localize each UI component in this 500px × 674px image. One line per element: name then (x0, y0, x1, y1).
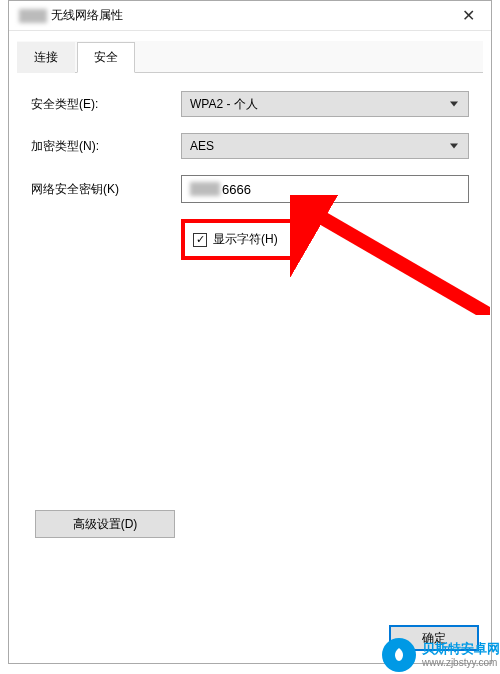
close-icon: ✕ (462, 6, 475, 25)
redacted-key-prefix (190, 182, 220, 196)
tab-label: 安全 (94, 50, 118, 64)
security-panel: 安全类型(E): WPA2 - 个人 加密类型(N): AES 网络安全密钥(K… (9, 73, 491, 556)
check-icon: ✓ (196, 234, 205, 245)
select-value: AES (190, 139, 214, 153)
watermark-logo-icon (382, 638, 416, 672)
highlight-box: ✓ 显示字符(H) (181, 219, 294, 260)
key-value-visible: 6666 (222, 182, 251, 197)
select-encryption-type[interactable]: AES (181, 133, 469, 159)
watermark: 贝斯特安卓网 www.zjbstyy.com (382, 638, 500, 672)
tab-security[interactable]: 安全 (77, 42, 135, 73)
redacted-prefix (19, 9, 47, 23)
select-security-type[interactable]: WPA2 - 个人 (181, 91, 469, 117)
button-label: 高级设置(D) (73, 516, 138, 533)
label-security-type: 安全类型(E): (31, 96, 181, 113)
row-security-type: 安全类型(E): WPA2 - 个人 (31, 91, 469, 117)
checkbox-show-chars[interactable]: ✓ (193, 233, 207, 247)
dialog-window: 无线网络属性 ✕ 连接 安全 安全类型(E): WPA2 - 个人 加密类型(N… (8, 0, 492, 664)
titlebar[interactable]: 无线网络属性 ✕ (9, 1, 491, 31)
label-encryption-type: 加密类型(N): (31, 138, 181, 155)
window-title: 无线网络属性 (51, 7, 123, 24)
input-network-key[interactable]: 6666 (181, 175, 469, 203)
tab-label: 连接 (34, 50, 58, 64)
select-value: WPA2 - 个人 (190, 96, 258, 113)
watermark-url: www.zjbstyy.com (422, 657, 500, 669)
watermark-name: 贝斯特安卓网 (422, 641, 500, 657)
close-button[interactable]: ✕ (446, 1, 491, 31)
advanced-settings-button[interactable]: 高级设置(D) (35, 510, 175, 538)
tab-strip: 连接 安全 (17, 41, 483, 73)
show-chars-row: ✓ 显示字符(H) (181, 219, 469, 260)
checkbox-label: 显示字符(H) (213, 231, 278, 248)
row-network-key: 网络安全密钥(K) 6666 (31, 175, 469, 203)
row-encryption-type: 加密类型(N): AES (31, 133, 469, 159)
label-network-key: 网络安全密钥(K) (31, 181, 181, 198)
tab-connect[interactable]: 连接 (17, 42, 75, 73)
